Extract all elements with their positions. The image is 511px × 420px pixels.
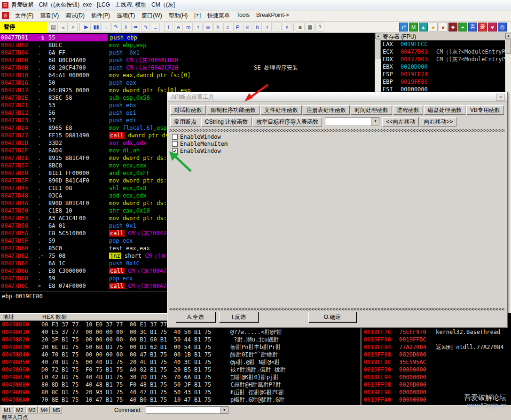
menu-item[interactable]: 调试(D) (62, 10, 88, 21)
menu-item[interactable]: 帮助(H) (165, 10, 191, 21)
restart-icon[interactable]: « (59, 23, 68, 32)
toolbar-letter-button-t[interactable]: t (194, 23, 203, 32)
dialog-tab-6[interactable]: 进程函数 (393, 105, 423, 115)
disasm-row[interactable]: 00477D02.8BECmov ebp,esp (0, 41, 375, 49)
memory-tab-M5[interactable]: M5 (51, 406, 62, 413)
register-row[interactable]: EAX0019FFCC (381, 40, 511, 48)
run-icon[interactable]: ▶ (82, 23, 91, 32)
select-all-button[interactable]: A.全选 (176, 312, 215, 322)
checkbox-icon[interactable] (172, 134, 178, 140)
plugin-green-icon[interactable]: M (409, 23, 418, 32)
dialog-tab2-1[interactable]: 常用断点 (170, 117, 200, 127)
dump-row[interactable]: 0049804040 70 B1 75 00 00 00 00 00 47 B1… (0, 351, 361, 358)
register-row[interactable]: ESP0019FF74 (381, 71, 511, 78)
step-into-icon[interactable]: ↓ (102, 23, 110, 32)
dump-row[interactable]: 00498060D0 72 B1 75 F0 75 B1 75 A0 82 B1… (0, 366, 361, 373)
dialog-tab-8[interactable]: VB专用函数 (466, 105, 504, 115)
toolbar-letter-button-e[interactable]: e (174, 23, 183, 32)
dialog-tab-2[interactable]: 限制程序功能函数 (207, 105, 259, 115)
animate-over-icon[interactable]: ⇒ (131, 23, 140, 32)
toolbar-letter-button-c[interactable]: c (223, 23, 232, 32)
plugin-wu-icon[interactable]: 吾 (468, 23, 477, 32)
register-row[interactable]: ECX00477D01CM（(灰?<ModuleEntryPoint> (381, 48, 511, 55)
pause-icon[interactable]: ▮▮ (92, 23, 101, 32)
disasm-row[interactable]: 00477D10.64:A1 000000mov eax,dword ptr f… (0, 71, 375, 79)
register-row[interactable]: EBX0020D000 (381, 63, 511, 71)
dump-row[interactable]: 0049805040 70 B1 75 00 40 B1 75 20 4E B1… (0, 358, 361, 366)
close-icon[interactable]: × (69, 23, 78, 32)
plugin-teal-icon[interactable]: ▲ (419, 23, 428, 32)
menu-item[interactable]: 快捷菜单 (204, 10, 233, 21)
menu-item[interactable]: 查看(V) (37, 10, 62, 21)
animate-into-icon[interactable]: ⇓ (121, 23, 130, 32)
toolbar-letter-button-r[interactable]: r (263, 23, 272, 32)
disasm-row[interactable]: 00477D16.50push eax (0, 79, 375, 87)
help-icon[interactable]: ? (315, 23, 324, 32)
dump-row[interactable]: 004980A070 8E B1 75 10 47 B1 75 40 B0 B1… (0, 396, 361, 404)
dump-row[interactable]: 0049808080 8D B1 75 40 48 B1 75 F0 48 B1… (0, 381, 361, 388)
dialog-tab2-2[interactable]: CString 比较函数 (201, 117, 252, 127)
stack-row[interactable]: 0019FF9000000000 (362, 366, 511, 373)
function-combobox[interactable]: ▼ (325, 117, 379, 126)
stack-row[interactable]: 0019FF8C35E595AC (362, 358, 511, 366)
dialog-tab-7[interactable]: 磁盘处理函数 (424, 105, 465, 115)
menu-item[interactable]: Tools (233, 10, 253, 21)
dialog-close-icon[interactable]: ✕ (496, 94, 505, 101)
toolbar-letter-button-b[interactable]: b (253, 23, 262, 32)
disasm-row[interactable]: 00477D0B.68 20CF4700push CM（(灰?0047CF20S… (0, 64, 375, 71)
ok-button[interactable]: O.确定 (308, 312, 356, 322)
command-input[interactable] (146, 407, 221, 413)
plugin-orange-ball-icon[interactable]: ● (429, 23, 438, 32)
toolbar-letter-button-s[interactable]: s (283, 23, 291, 32)
memory-tab-M4[interactable]: M4 (39, 406, 50, 413)
register-row[interactable]: EBP0019FF80 (381, 78, 511, 86)
stack-row[interactable]: 0019FF7C75EFF970kernel32.BaseThread (362, 328, 511, 336)
menu-item[interactable]: 文件(F) (12, 10, 37, 21)
menu-item[interactable]: 窗口(W) (138, 10, 165, 21)
disasm-row[interactable]: 00477D01-$55push ebp (0, 34, 375, 41)
stack-row[interactable]: 0019FF9400000000 (362, 373, 511, 381)
log-window-icon[interactable]: ≡ (296, 23, 305, 32)
plugin-ring-icon[interactable]: ◎ (498, 23, 507, 32)
toolbar-letter-button-...[interactable]: ... (273, 23, 282, 32)
plugin-red-ball-icon[interactable]: ● (439, 23, 448, 32)
windows-icon[interactable]: ▦ (306, 23, 314, 32)
move-left-button[interactable]: <<向左移动 (382, 117, 419, 127)
plugin-ai-icon[interactable]: 爱 (478, 23, 487, 32)
dialog-tab-3[interactable]: 文件处理函数 (260, 105, 302, 115)
invert-select-button[interactable]: I.反选 (219, 312, 259, 322)
api-checkbox-row[interactable]: EnableWindow (172, 134, 221, 140)
command-dropdown-icon[interactable]: ▼ (220, 407, 228, 413)
menu-item[interactable]: 选项(T) (113, 10, 138, 21)
scroll-up-icon[interactable]: ▲ (505, 33, 511, 39)
toolbar-letter-button-P[interactable]: P (233, 23, 242, 32)
until-return-icon[interactable]: ↰ (141, 23, 150, 32)
checkbox-icon[interactable] (172, 141, 178, 147)
step-over-icon[interactable]: ↷ (111, 23, 120, 32)
dump-row[interactable]: 0049809080 8C B1 75 20 93 B1 75 40 47 B1… (0, 388, 361, 396)
dialog-tab-1[interactable]: 对话框函数 (170, 105, 206, 115)
plugin-heart-icon[interactable]: ♥ (488, 23, 497, 32)
menu-item[interactable]: BreakPoint-> (253, 10, 292, 21)
move-right-button[interactable]: 向右移动>> (420, 117, 456, 127)
scrollbar-thumb[interactable] (506, 40, 511, 54)
hex-dump-pane[interactable]: 0049800000 F3 37 77 10 E0 37 77 00 E1 37… (0, 321, 361, 405)
open-file-icon[interactable]: ▤ (49, 23, 58, 32)
stack-row[interactable]: 0019FF880020D000 (362, 351, 511, 358)
dialog-tab-4[interactable]: 注册表处理函数 (303, 105, 350, 115)
dump-row[interactable]: 0049803020 6E B1 75 50 6B B1 75 00 B1 62… (0, 343, 361, 351)
dump-row[interactable]: 0049801040 E5 37 77 00 00 00 00 00 3C B1… (0, 328, 361, 336)
toolbar-letter-button-m[interactable]: m (184, 23, 193, 32)
menu-item[interactable]: 插件(P) (88, 10, 113, 21)
dump-row[interactable]: 00498070E0 42 B1 75 40 4B B1 75 30 7D B1… (0, 373, 361, 381)
plugin-arrow-icon[interactable]: ⇄ (399, 23, 408, 32)
goto-icon[interactable]: → (151, 23, 160, 32)
dump-row[interactable]: 0049802020 3F B1 75 00 00 00 00 00 B1 60… (0, 336, 361, 343)
disasm-row[interactable]: 00477D04.6A FFpush -0x1 (0, 49, 375, 56)
stack-row[interactable]: 0019FF8477A27084返回到 ntdll.77A27084 (362, 343, 511, 351)
menu-item[interactable]: [+] (191, 10, 204, 21)
disasm-row[interactable]: 00477D06.68 B0ED4A00push CM（(灰?004AEDB0 (0, 56, 375, 64)
toolbar-letter-button-k[interactable]: k (243, 23, 252, 32)
dialog-title-bar[interactable]: API断点设置工具 ✕ (168, 93, 507, 102)
memory-tab-M2[interactable]: M2 (14, 406, 25, 413)
